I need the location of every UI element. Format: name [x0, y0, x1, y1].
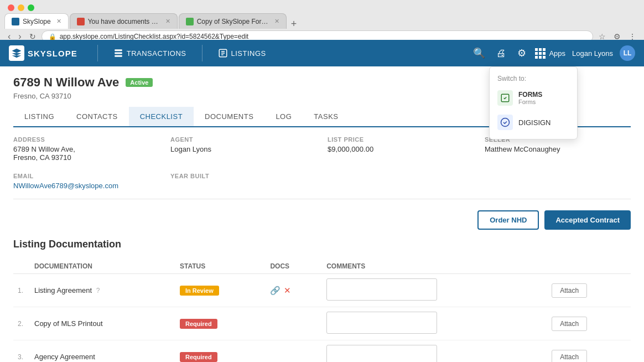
tab-documents[interactable]: DOCUMENTS	[194, 107, 264, 127]
browser-tabs-bar: SkySlope ✕ You have documents to sign – …	[0, 13, 644, 29]
row-2-docs	[266, 307, 322, 340]
row-1-attach: Attach	[547, 274, 631, 307]
list-price-value: $9,000,000.00	[328, 145, 474, 153]
tab-close-skyslope[interactable]: ✕	[56, 18, 61, 25]
tab-skyslope-label: SkySlope	[23, 18, 51, 25]
link-icon[interactable]: 🔗	[270, 286, 281, 296]
table-row: 2. Copy of MLS Printout Required Attach	[13, 307, 631, 340]
row-2-num: 2.	[13, 307, 30, 340]
action-row: Order NHD Accepted Contract	[13, 210, 631, 230]
detail-year-built: YEAR BUILT	[170, 173, 316, 190]
row-3-name: Agency Agreement	[30, 340, 175, 363]
print-button[interactable]: 🖨	[494, 45, 508, 61]
gmail-favicon	[77, 18, 85, 25]
tab-close-gmail[interactable]: ✕	[165, 18, 170, 25]
row-2-comment-input[interactable]	[326, 312, 437, 334]
tab-log[interactable]: LOG	[264, 107, 303, 127]
row-3-attach-button[interactable]: Attach	[552, 350, 587, 363]
row-2-attach-button[interactable]: Attach	[552, 317, 587, 331]
help-icon[interactable]: ?	[96, 287, 100, 294]
switch-digisign-item[interactable]: DIGISIGN	[490, 110, 577, 135]
apps-button[interactable]: Apps	[535, 48, 565, 59]
active-status-badge: Active	[126, 78, 153, 87]
tab-forms[interactable]: Copy of SkySlope Forms Train... ✕	[179, 13, 287, 29]
forms-label: FORMS	[518, 91, 542, 99]
user-avatar[interactable]: LL	[620, 45, 635, 61]
nav-divider-1	[97, 45, 98, 61]
nav-transactions[interactable]: TRANSACTIONS	[107, 40, 193, 66]
property-title: 6789 N Willow Ave	[13, 75, 119, 90]
col-action	[547, 259, 631, 274]
table-row: 3. Agency Agreement Required Attach	[13, 340, 631, 363]
delete-icon[interactable]: ✕	[284, 286, 291, 296]
row-3-num: 3.	[13, 340, 30, 363]
close-dot[interactable]	[8, 4, 14, 11]
transactions-icon	[113, 48, 123, 58]
nav-listings[interactable]: LISTINGS	[211, 40, 273, 66]
svg-rect-1	[115, 53, 122, 54]
tab-skyslope[interactable]: SkySlope ✕	[4, 13, 69, 29]
logo-icon	[9, 45, 24, 61]
tab-forms-label: Copy of SkySlope Forms Train...	[197, 18, 269, 25]
nav-listings-label: LISTINGS	[231, 49, 266, 58]
row-1-name: Listing Agreement ?	[30, 274, 175, 307]
new-tab-button[interactable]: +	[288, 19, 300, 29]
forms-favicon	[186, 18, 194, 25]
settings-button[interactable]: ⚙	[515, 45, 528, 61]
col-comments: Comments	[322, 259, 547, 274]
detail-email: EMAIL NWillowAve6789@skyslope.com	[13, 173, 159, 190]
forms-switch-icon	[497, 90, 513, 106]
col-docs: Docs	[266, 259, 322, 274]
property-details: ADDRESS 6789 N Willow Ave,Fresno, CA 937…	[13, 136, 631, 199]
address-label: ADDRESS	[13, 136, 159, 143]
row-1-attach-button[interactable]: Attach	[552, 283, 587, 298]
grid-icon	[535, 48, 546, 59]
nav-transactions-label: TRANSACTIONS	[127, 49, 186, 58]
row-3-comment-input[interactable]	[326, 345, 437, 362]
agent-label: AGENT	[170, 136, 316, 143]
apps-label: Apps	[549, 49, 565, 58]
digisign-switch-text: DIGISIGN	[518, 118, 551, 127]
row-1-comment-input[interactable]	[326, 278, 437, 301]
app-header: SKYSLOPE TRANSACTIONS LISTINGS 🔍 🖨 ⚙ A	[0, 40, 644, 66]
accepted-contract-button[interactable]: Accepted Contract	[544, 210, 631, 230]
logo-text: SKYSLOPE	[28, 49, 77, 58]
row-1-docs: 🔗 ✕	[266, 274, 322, 307]
search-button[interactable]: 🔍	[471, 45, 487, 61]
minimize-dot[interactable]	[18, 4, 24, 11]
lock-icon: 🔒	[49, 33, 56, 40]
detail-agent: AGENT Logan Lyons	[170, 136, 316, 162]
tab-checklist[interactable]: CHECKLIST	[129, 107, 194, 127]
tab-gmail-label: You have documents to sign –	[88, 18, 160, 25]
row-2-status: Required	[175, 307, 266, 340]
skyslope-favicon	[12, 18, 19, 25]
address-text: app.skyslope.com/ListingChecklist.aspx?i…	[60, 33, 249, 40]
row-1-comments	[322, 274, 547, 307]
tab-tasks[interactable]: TASKS	[303, 107, 349, 127]
skyslope-logo: SKYSLOPE	[9, 45, 77, 61]
svg-rect-0	[115, 49, 122, 51]
tab-close-forms[interactable]: ✕	[274, 18, 279, 25]
browser-chrome: SkySlope ✕ You have documents to sign – …	[0, 0, 644, 40]
year-built-label: YEAR BUILT	[170, 173, 316, 179]
row-3-attach: Attach	[547, 340, 631, 363]
user-name: Logan Lyons	[572, 49, 613, 58]
email-label: EMAIL	[13, 173, 159, 179]
email-value[interactable]: NWillowAve6789@skyslope.com	[13, 182, 159, 190]
section-title: Listing Documentation	[13, 239, 631, 250]
switch-forms-item[interactable]: FORMS Forms	[490, 86, 577, 110]
table-row: 1. Listing Agreement ? In Review 🔗 ✕ Att…	[13, 274, 631, 307]
maximize-dot[interactable]	[28, 4, 34, 11]
tab-contacts[interactable]: CONTACTS	[65, 107, 129, 127]
forms-switch-text: FORMS Forms	[518, 91, 542, 105]
svg-rect-2	[115, 55, 122, 57]
switch-dropdown: Switch to: FORMS Forms DIGISIGN	[489, 66, 578, 139]
doc-table: Documentation Status Docs Comments 1. Li…	[13, 259, 631, 362]
listings-icon	[218, 48, 228, 58]
order-nhd-button[interactable]: Order NHD	[477, 210, 539, 230]
row-3-comments	[322, 340, 547, 363]
nav-divider-2	[202, 45, 202, 61]
row-2-comments	[322, 307, 547, 340]
tab-gmail[interactable]: You have documents to sign – ✕	[70, 13, 178, 29]
tab-listing[interactable]: LISTING	[13, 107, 65, 127]
